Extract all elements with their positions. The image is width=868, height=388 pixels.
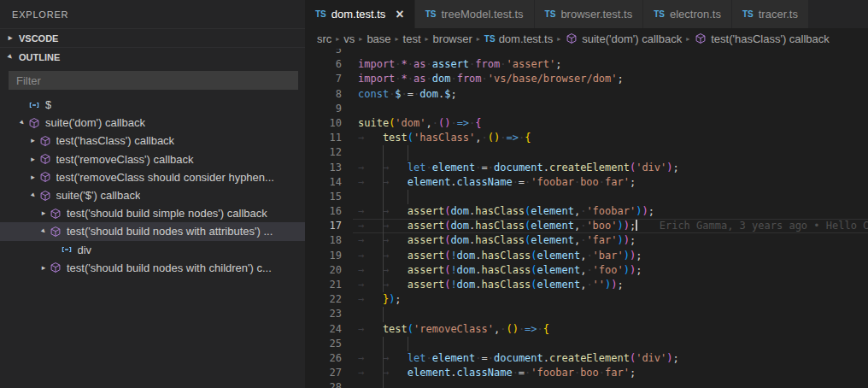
code-line[interactable]: 17→→assert(dom.hasClass(element,·'boo'))… xyxy=(305,219,868,233)
line-number[interactable]: 13 xyxy=(305,161,342,175)
tree-item[interactable]: ▸test('removeClass') callback xyxy=(0,150,305,168)
code-line[interactable]: 24→test('removeClass',·()·=>·{ xyxy=(305,322,868,337)
tree-item[interactable]: ▸test('should build nodes with children'… xyxy=(0,259,305,277)
tree-item[interactable]: div xyxy=(0,241,305,259)
tree-item[interactable]: ▸test('should build simple nodes') callb… xyxy=(0,204,305,222)
line-number[interactable]: 27 xyxy=(305,366,342,380)
line-number[interactable]: 16 xyxy=(305,204,342,219)
chevron-collapsed-icon[interactable]: ▸ xyxy=(38,209,49,217)
line-number[interactable]: 24 xyxy=(305,322,342,337)
chevron-collapsed-icon[interactable]: ▸ xyxy=(28,173,38,181)
code-token: · xyxy=(450,117,456,129)
editor-tab[interactable]: TSelectron.ts xyxy=(643,0,732,28)
code-token: dom xyxy=(419,88,438,100)
editor-tab[interactable]: TStracer.ts xyxy=(732,0,809,28)
code-line[interactable]: 26→→let·element·=·document.createElement… xyxy=(305,351,868,366)
section-header-outline[interactable]: ▸ OUTLINE xyxy=(0,47,305,66)
code-token: className xyxy=(457,176,513,188)
tree-item[interactable]: ▸suite('$') callback xyxy=(0,186,305,204)
code-line[interactable]: 16→→assert(dom.hasClass(element,·'foobar… xyxy=(305,204,868,219)
line-number[interactable]: 12 xyxy=(305,145,342,160)
code-line[interactable]: 25 xyxy=(305,337,868,351)
code-token: const xyxy=(358,88,389,100)
editor-tab[interactable]: TSbrowser.test.ts xyxy=(535,0,644,28)
line-number[interactable]: 14 xyxy=(305,175,342,190)
code-line[interactable]: 20→→assert(!dom.hasClass(element,·'foo')… xyxy=(305,263,868,278)
code-token: ) xyxy=(624,234,630,246)
code-token: let xyxy=(408,162,426,173)
line-number[interactable]: 26 xyxy=(305,351,342,366)
code-line[interactable]: 11→test('hasClass',·()·=>·{ xyxy=(305,131,868,145)
code-line[interactable]: 13→→let·element·=·document.createElement… xyxy=(305,161,868,175)
tab-whitespace-mark: → xyxy=(358,161,383,175)
line-number[interactable]: 20 xyxy=(305,263,342,278)
code-line[interactable]: 23 xyxy=(305,307,868,321)
code-editor[interactable]: 56import·*·as·assert·from·'assert';7impo… xyxy=(305,49,868,388)
line-number[interactable]: 5 xyxy=(305,49,342,57)
tree-item[interactable]: ▸suite('dom') callback xyxy=(0,114,305,132)
tree-item[interactable]: ▸test('removeClass should consider hyphe… xyxy=(0,168,305,186)
tree-item[interactable]: $ xyxy=(0,96,305,114)
breadcrumb-item[interactable]: browser xyxy=(433,32,472,45)
line-number[interactable]: 9 xyxy=(305,102,342,116)
code-token: 'dom' xyxy=(395,117,425,129)
line-number[interactable]: 23 xyxy=(305,307,342,321)
line-number[interactable]: 21 xyxy=(305,278,342,292)
line-number[interactable]: 8 xyxy=(305,87,342,102)
code-line[interactable]: 8const·$·=·dom.$; xyxy=(305,87,868,102)
line-number[interactable]: 7 xyxy=(305,72,342,86)
code-line[interactable]: 7import·*·as·dom·from·'vs/base/browser/d… xyxy=(305,72,868,86)
editor-tab[interactable]: TStreeModel.test.ts xyxy=(415,0,535,28)
editor-tab[interactable]: TSdom.test.ts× xyxy=(305,0,415,28)
breadcrumb-item[interactable]: TSdom.test.ts xyxy=(484,32,553,45)
line-number[interactable]: 10 xyxy=(305,116,342,131)
line-number[interactable]: 19 xyxy=(305,249,342,263)
code-token: . xyxy=(475,250,481,262)
code-line[interactable]: 22→}); xyxy=(305,292,868,307)
code-token: 'boo' xyxy=(586,220,617,232)
line-number[interactable]: 28 xyxy=(305,380,342,388)
code-line[interactable]: 21→→assert(!dom.hasClass(element,·'')); xyxy=(305,278,868,292)
code-line[interactable]: 27→→element.className·=·'foobar·boo·far'… xyxy=(305,366,868,380)
breadcrumb-item[interactable]: test xyxy=(403,32,421,45)
breadcrumb-item[interactable]: base xyxy=(367,32,390,45)
line-number[interactable]: 15 xyxy=(305,190,342,204)
code-line[interactable]: 9 xyxy=(305,102,868,116)
code-line[interactable]: 14→→element.className·=·'foobar·boo·far'… xyxy=(305,175,868,190)
code-token: * xyxy=(402,58,408,70)
line-number[interactable]: 11 xyxy=(305,131,342,145)
line-number[interactable]: 22 xyxy=(305,292,342,307)
code-line[interactable]: 12 xyxy=(305,145,868,160)
code-line[interactable]: 15 xyxy=(305,190,868,204)
code-line[interactable]: 19→→assert(!dom.hasClass(element,·'bar')… xyxy=(305,249,868,263)
line-number[interactable]: 6 xyxy=(305,57,342,72)
close-icon[interactable]: × xyxy=(396,8,403,21)
code-line[interactable]: 18→→assert(dom.hasClass(element,·'far'))… xyxy=(305,233,868,248)
editor-tab-bar: TSdom.test.ts×TStreeModel.test.tsTSbrows… xyxy=(305,0,868,28)
chevron-collapsed-icon[interactable]: ▸ xyxy=(38,264,49,272)
tree-item[interactable]: ▸test('hasClass') callback xyxy=(0,132,305,150)
chevron-right-icon: ▸ xyxy=(396,35,399,43)
chevron-collapsed-icon[interactable]: ▸ xyxy=(28,137,38,144)
tree-item[interactable]: ▸test('should build nodes with attribute… xyxy=(0,222,305,240)
code-token: dom xyxy=(457,279,476,291)
code-token: · xyxy=(586,250,592,262)
breadcrumb-item[interactable]: vs xyxy=(343,32,355,45)
line-number[interactable]: 17 xyxy=(305,219,342,233)
section-header-vscode[interactable]: ▸ VSCODE xyxy=(0,28,305,47)
breadcrumb-item[interactable]: suite('dom') callback xyxy=(565,32,682,45)
code-token: ) xyxy=(624,220,630,232)
code-token: · xyxy=(426,58,432,70)
code-line[interactable]: 6import·*·as·assert·from·'assert'; xyxy=(305,57,868,72)
chevron-collapsed-icon[interactable]: ▸ xyxy=(28,156,38,163)
line-number[interactable]: 25 xyxy=(305,337,342,351)
breadcrumb-item[interactable]: test('hasClass') callback xyxy=(694,32,830,45)
code-line[interactable]: 10suite('dom',·()·=>·{ xyxy=(305,116,868,131)
code-line[interactable]: 5 xyxy=(305,49,868,57)
breadcrumb-item[interactable]: src xyxy=(317,32,331,45)
line-number[interactable]: 18 xyxy=(305,233,342,248)
indent-guide xyxy=(383,219,384,233)
code-line[interactable]: 28 xyxy=(305,380,868,388)
outline-filter-input[interactable] xyxy=(9,71,298,90)
code-token: => xyxy=(525,323,537,335)
